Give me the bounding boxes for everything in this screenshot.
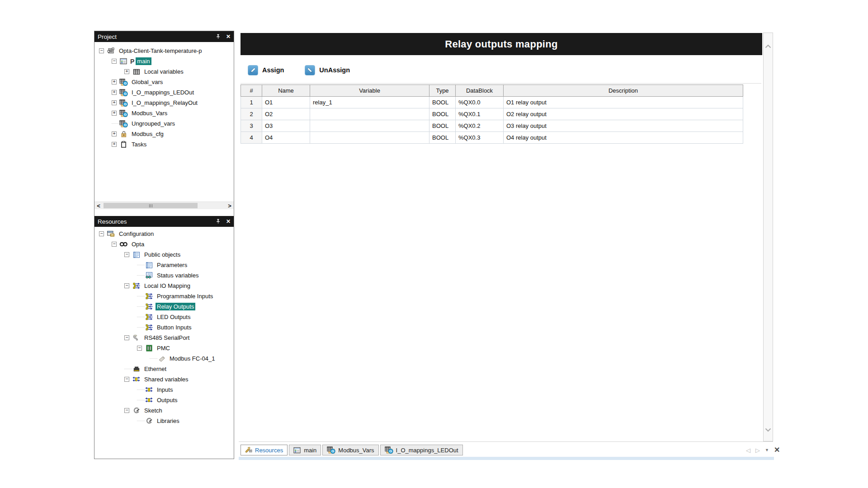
tree-guide-line bbox=[112, 123, 119, 124]
column-header-variable[interactable]: Variable bbox=[310, 85, 429, 97]
tab-i-o-mappings-ledout[interactable]: GI_O_mappings_LEDOut bbox=[380, 445, 463, 455]
cell-type[interactable]: BOOL bbox=[429, 108, 456, 120]
project-horizontal-scrollbar[interactable]: < > bbox=[94, 202, 234, 209]
tab-modbus-vars[interactable]: GModbus_Vars bbox=[322, 445, 378, 455]
tree-item-relay-outputs[interactable]: Relay Outputs bbox=[94, 301, 234, 312]
cell-description[interactable]: O2 relay output bbox=[504, 108, 743, 120]
tree-item-main[interactable]: −Pmain bbox=[94, 56, 234, 66]
cell-datablock[interactable]: %QX0.3 bbox=[456, 132, 504, 144]
tree-item-pmc[interactable]: −PMC bbox=[94, 343, 234, 353]
tree-item-tasks[interactable]: +Tasks bbox=[94, 139, 234, 150]
expand-toggle-icon[interactable]: + bbox=[112, 131, 117, 136]
tree-item-local-variables[interactable]: +Local variables bbox=[94, 66, 234, 77]
cell-description[interactable]: O3 relay output bbox=[504, 120, 743, 132]
scroll-left-icon[interactable]: < bbox=[94, 202, 103, 209]
tab-resources[interactable]: Resources bbox=[241, 445, 288, 455]
collapse-toggle-icon[interactable]: − bbox=[124, 335, 129, 340]
column-header-type[interactable]: Type bbox=[429, 85, 456, 97]
tree-item-modbus-vars[interactable]: +GModbus_Vars bbox=[94, 108, 234, 118]
tree-item-configuration[interactable]: −Configuration bbox=[94, 229, 234, 239]
scroll-down-icon[interactable] bbox=[765, 426, 771, 434]
tree-item-opta[interactable]: −Opta bbox=[94, 239, 234, 249]
tree-item-local-io-mapping[interactable]: −Local IO Mapping bbox=[94, 281, 234, 291]
tree-item-public-objects[interactable]: −Public objects bbox=[94, 249, 234, 260]
program-icon bbox=[293, 447, 301, 454]
expand-toggle-icon[interactable]: + bbox=[112, 142, 117, 147]
main-vertical-scrollbar[interactable] bbox=[763, 33, 773, 441]
cell-type[interactable]: BOOL bbox=[429, 132, 456, 144]
cell-datablock[interactable]: %QX0.1 bbox=[456, 108, 504, 120]
status-strip bbox=[239, 457, 774, 460]
panel-splitter[interactable] bbox=[94, 209, 234, 216]
column-header-description[interactable]: Description bbox=[504, 85, 743, 97]
cell-variable[interactable] bbox=[310, 132, 429, 144]
cell-name[interactable]: O3 bbox=[262, 120, 310, 132]
cell-variable[interactable]: relay_1 bbox=[310, 97, 429, 108]
assign-button[interactable]: Assign bbox=[248, 65, 284, 75]
tree-item-shared-variables[interactable]: −Shared variables bbox=[94, 374, 234, 385]
tree-item-i-o-mappings-ledout[interactable]: +GI_O_mappings_LEDOut bbox=[94, 87, 234, 98]
cell-variable[interactable] bbox=[310, 120, 429, 132]
tab-list-dropdown-icon[interactable]: ▼ bbox=[765, 448, 769, 452]
collapse-toggle-icon[interactable]: − bbox=[124, 283, 129, 288]
unassign-button[interactable]: UnAssign bbox=[305, 65, 350, 75]
collapse-toggle-icon[interactable]: − bbox=[99, 48, 104, 53]
scroll-up-icon[interactable] bbox=[765, 42, 771, 50]
tree-item-libraries[interactable]: Libraries bbox=[94, 416, 234, 426]
tree-item-ethernet[interactable]: Ethernet bbox=[94, 364, 234, 374]
scrollbar-thumb[interactable] bbox=[104, 203, 198, 208]
tree-item-button-inputs[interactable]: Button Inputs bbox=[94, 322, 234, 333]
tree-item-inputs[interactable]: Inputs bbox=[94, 385, 234, 395]
tree-guide-line bbox=[150, 358, 157, 359]
expand-toggle-icon[interactable]: + bbox=[112, 111, 117, 116]
tree-item-parameters[interactable]: Parameters bbox=[94, 260, 234, 270]
tree-item-label: I_O_mappings_RelayOut bbox=[130, 99, 199, 107]
column-header-datablock[interactable]: DataBlock bbox=[456, 85, 504, 97]
collapse-toggle-icon[interactable]: − bbox=[124, 377, 129, 382]
tree-item-global-vars[interactable]: +GGlobal_vars bbox=[94, 77, 234, 87]
cell-name[interactable]: O1 bbox=[262, 97, 310, 108]
column-header-name[interactable]: Name bbox=[262, 85, 310, 97]
pin-icon[interactable] bbox=[216, 34, 221, 39]
tree-item-rs485-serialport[interactable]: −RS485 SerialPort bbox=[94, 333, 234, 343]
tree-item-led-outputs[interactable]: LED Outputs bbox=[94, 312, 234, 322]
cell-description[interactable]: O4 relay output bbox=[504, 132, 743, 144]
tree-item-sketch[interactable]: −Sketch bbox=[94, 405, 234, 416]
collapse-toggle-icon[interactable]: − bbox=[124, 408, 129, 413]
tree-item-modbus-cfg[interactable]: +Modbus_cfg bbox=[94, 129, 234, 139]
tree-item-status-variables[interactable]: Status variables bbox=[94, 270, 234, 281]
tree-item-modbus-fc-04-1[interactable]: Modbus FC-04_1 bbox=[94, 353, 234, 364]
tab-scroll-right-icon[interactable]: ▷ bbox=[755, 447, 760, 453]
cell-datablock[interactable]: %QX0.2 bbox=[456, 120, 504, 132]
tree-item-opta-client-tank-temperature-p[interactable]: −Opta-Client-Tank-temperature-p bbox=[94, 46, 234, 56]
tree-item-ungrouped-vars[interactable]: GUngrouped_vars bbox=[94, 118, 234, 129]
collapse-toggle-icon[interactable]: − bbox=[112, 59, 117, 64]
column-header--[interactable]: # bbox=[241, 85, 262, 97]
collapse-toggle-icon[interactable]: − bbox=[112, 242, 117, 247]
expand-toggle-icon[interactable]: + bbox=[112, 90, 117, 95]
pin-icon[interactable] bbox=[216, 219, 221, 224]
cell-variable[interactable] bbox=[310, 108, 429, 120]
tree-item-programmable-inputs[interactable]: Programmable Inputs bbox=[94, 291, 234, 301]
expand-toggle-icon[interactable]: + bbox=[112, 100, 117, 105]
cell-name[interactable]: O4 bbox=[262, 132, 310, 144]
scroll-right-icon[interactable]: > bbox=[226, 202, 234, 209]
tab-scroll-left-icon[interactable]: ◁ bbox=[746, 447, 750, 453]
tree-item-i-o-mappings-relayout[interactable]: +GI_O_mappings_RelayOut bbox=[94, 98, 234, 108]
grid-icon bbox=[132, 68, 141, 75]
collapse-toggle-icon[interactable]: − bbox=[124, 252, 129, 257]
cell-type[interactable]: BOOL bbox=[429, 120, 456, 132]
tree-item-outputs[interactable]: Outputs bbox=[94, 395, 234, 405]
cell-description[interactable]: O1 relay output bbox=[504, 97, 743, 108]
expand-toggle-icon[interactable]: + bbox=[112, 80, 117, 84]
collapse-toggle-icon[interactable]: − bbox=[99, 231, 104, 236]
collapse-toggle-icon[interactable]: − bbox=[137, 346, 142, 351]
tab-close-icon[interactable]: ✕ bbox=[774, 446, 780, 454]
tab-main[interactable]: main bbox=[289, 445, 321, 455]
cell-datablock[interactable]: %QX0.0 bbox=[456, 97, 504, 108]
close-icon[interactable]: ✕ bbox=[226, 34, 231, 39]
cell-type[interactable]: BOOL bbox=[429, 97, 456, 108]
cell-name[interactable]: O2 bbox=[262, 108, 310, 120]
close-icon[interactable]: ✕ bbox=[226, 219, 231, 224]
expand-toggle-icon[interactable]: + bbox=[124, 69, 129, 74]
